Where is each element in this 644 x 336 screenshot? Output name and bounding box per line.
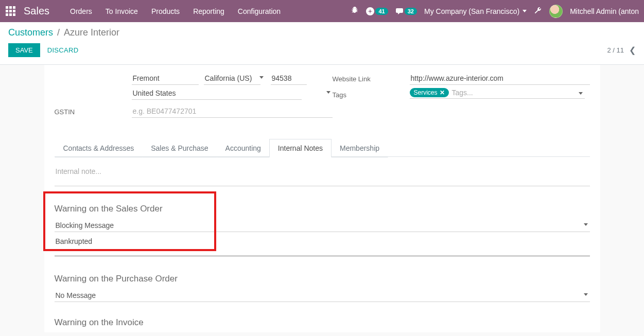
tags-placeholder: Tags... [452, 89, 585, 97]
discuss-count: 32 [405, 8, 417, 15]
dev-tools-icon[interactable] [534, 6, 542, 16]
city-field[interactable] [132, 72, 199, 85]
internal-note-field[interactable] [55, 165, 590, 186]
website-label: Website Link [333, 72, 410, 83]
activities-icon[interactable]: 41 [366, 7, 388, 15]
discuss-icon[interactable]: 32 [395, 7, 417, 15]
pager-prev[interactable]: ❮ [629, 45, 636, 55]
tab-body-internal-notes: Warning on the Sales Order Warning on th… [55, 157, 590, 328]
app-brand[interactable]: Sales [21, 5, 60, 17]
pager-position[interactable]: 2 / 11 [607, 46, 624, 54]
breadcrumb-root[interactable]: Customers [8, 27, 53, 38]
tag-chip-label: Services [414, 89, 438, 96]
tabs: Contacts & Addresses Sales & Purchase Ac… [55, 138, 590, 157]
tab-internal-notes[interactable]: Internal Notes [269, 139, 332, 157]
debug-icon[interactable] [351, 6, 359, 16]
menu-reporting[interactable]: Reporting [193, 7, 224, 15]
sales-warning-type-select[interactable] [55, 219, 590, 232]
company-name: My Company (San Francisco) [424, 7, 519, 15]
state-field[interactable] [204, 72, 260, 85]
breadcrumb-current: Azure Interior [64, 27, 119, 38]
caret-down-icon [326, 91, 330, 94]
tag-remove-icon[interactable]: ✕ [440, 89, 445, 96]
sales-warning-message-field[interactable] [55, 235, 590, 256]
purchase-warning-title: Warning on the Purchase Order [55, 274, 590, 284]
breadcrumb-sep: / [57, 27, 60, 38]
save-button[interactable]: SAVE [8, 43, 40, 57]
user-avatar[interactable] [549, 5, 563, 18]
user-name[interactable]: Mitchell Admin (anton [570, 7, 639, 15]
form-sheet: GSTIN Website Link Tags Services [44, 65, 600, 332]
tab-sales[interactable]: Sales & Purchase [142, 139, 217, 157]
activities-count: 41 [375, 8, 388, 15]
country-field[interactable] [132, 87, 302, 100]
menu-to-invoice[interactable]: To Invoice [106, 7, 138, 15]
discard-button[interactable]: DISCARD [40, 43, 86, 57]
gstin-label: GSTIN [55, 105, 132, 116]
menu-configuration[interactable]: Configuration [238, 7, 281, 15]
sales-warning-title: Warning on the Sales Order [55, 204, 590, 214]
breadcrumb: Customers / Azure Interior [8, 27, 636, 38]
menu-products[interactable]: Products [151, 7, 180, 15]
zip-field[interactable] [271, 72, 307, 85]
tab-membership[interactable]: Membership [331, 139, 388, 157]
pager: 2 / 11 ❮ [607, 45, 636, 55]
topbar: Sales Orders To Invoice Products Reporti… [0, 0, 644, 22]
website-field[interactable] [410, 72, 590, 85]
apps-icon[interactable] [0, 6, 21, 16]
caret-down-icon [523, 10, 527, 12]
top-menu: Orders To Invoice Products Reporting Con… [60, 7, 281, 15]
tag-chip: Services ✕ [410, 88, 449, 97]
tab-accounting[interactable]: Accounting [217, 139, 270, 157]
control-panel: Customers / Azure Interior SAVE DISCARD … [0, 22, 644, 65]
company-switcher[interactable]: My Company (San Francisco) [424, 7, 527, 15]
tags-field[interactable]: Services ✕ Tags... [410, 88, 585, 99]
invoice-warning-title: Warning on the Invoice [55, 317, 590, 328]
purchase-warning-type-select[interactable] [55, 289, 590, 302]
tab-contacts[interactable]: Contacts & Addresses [55, 139, 143, 157]
gstin-field[interactable] [132, 105, 333, 118]
menu-orders[interactable]: Orders [70, 7, 92, 15]
tags-label: Tags [333, 88, 410, 99]
